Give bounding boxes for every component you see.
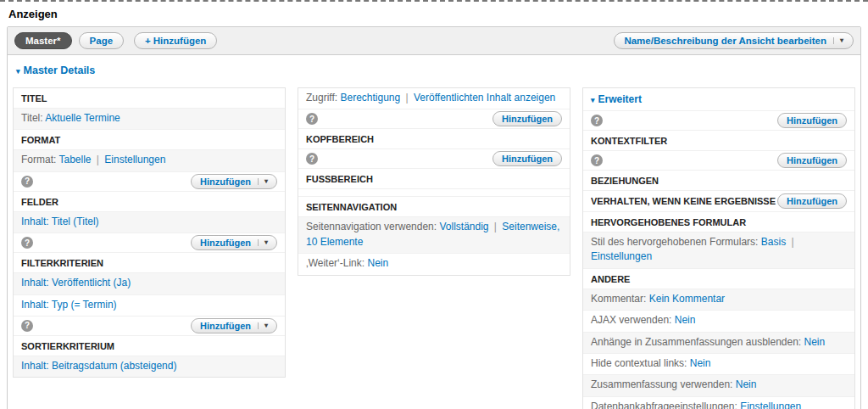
add-display-label: Hinzufügen — [153, 36, 207, 46]
filter-item-veroeffentlicht: Inhalt: Veröffentlicht (Ja) — [14, 273, 285, 294]
separator: | — [406, 92, 409, 104]
titel-setting: Titel: Aktuelle Termine — [14, 109, 285, 130]
kopfbereich-add: ?Hinzufügen — [298, 109, 570, 129]
filter-item-typ: Inhalt: Typ (= Termin) — [14, 295, 285, 317]
help-icon[interactable]: ? — [306, 113, 318, 125]
filterkriterien-header: FILTERKRITERIEN — [14, 253, 285, 273]
filterkriterien-add: ?Hinzufügen▾ — [14, 233, 285, 253]
fussbereich-add-button-label: Hinzufügen — [502, 154, 553, 164]
datenbankabfrage-setting-label: Datenbankabfrageeinstellungen: — [591, 401, 737, 409]
kontextfilter-header: KONTEXTFILTER — [583, 131, 854, 151]
kommentar-setting-label: Kommentar: — [591, 293, 646, 305]
kopfbereich-add-button[interactable]: Hinzufügen — [492, 111, 562, 126]
help-icon[interactable]: ? — [591, 115, 603, 126]
hide-contextual-setting: Hide contextual links: Nein — [583, 354, 854, 375]
anhaenge-setting-label: Anhänge in Zusammenfassungen ausblenden: — [591, 336, 801, 348]
hide-contextual-setting-link[interactable]: Nein — [690, 357, 711, 369]
hide-contextual-setting-label: Hide contextual links: — [591, 357, 687, 369]
kommentar-setting-link[interactable]: Kein Kommentar — [649, 293, 725, 305]
stil-setting-link[interactable]: Einstellungen — [591, 250, 652, 262]
zusammenfassung-setting-link[interactable]: Nein — [736, 378, 757, 390]
displays-toolbar: Master* Page +Hinzufügen Name/Beschreibu… — [8, 27, 860, 55]
chevron-down-icon: ▾ — [16, 67, 20, 76]
column-left: TITELTitel: Aktuelle Termine FORMATForma… — [13, 87, 286, 378]
ajax-setting-link[interactable]: Nein — [675, 314, 696, 326]
format-setting-link[interactable]: Tabelle — [58, 154, 91, 165]
tab-page[interactable]: Page — [79, 32, 125, 49]
zugriff-setting-link[interactable]: Veröffentlichten Inhalt anzeigen — [414, 92, 555, 104]
anhaenge-setting: Anhänge in Zusammenfassungen ausblenden:… — [583, 333, 854, 354]
verhalten-header: VERHALTEN, WENN KEINE ERGEBNISSE VORLIEG… — [583, 191, 854, 212]
erweitert-toggle[interactable]: ▾Erweitert — [583, 88, 854, 111]
sortierkriterium-header: SORTIERKRITERIUM — [14, 336, 285, 356]
felder-header: FELDER — [14, 192, 285, 212]
chevron-down-icon[interactable]: ▾ — [258, 322, 268, 329]
weiter-link-setting: ‚Weiter‘-Link: Nein — [298, 254, 570, 274]
felder-add-button-label: Hinzufügen — [200, 176, 251, 187]
help-icon[interactable]: ? — [21, 176, 33, 188]
column-middle: Zugriff: Berechtigung | Veröffentlichten… — [298, 87, 570, 276]
format-header: FORMAT — [14, 130, 285, 150]
sortier-item-link[interactable]: Inhalt: Beitragsdatum (absteigend) — [21, 360, 176, 372]
chevron-down-icon[interactable]: ▾ — [258, 239, 268, 246]
filter-item-veroeffentlicht-link[interactable]: Inhalt: Veröffentlicht (Ja) — [21, 277, 131, 289]
format-setting-link[interactable]: Einstellungen — [104, 154, 165, 165]
kontextfilter-add-button[interactable]: Hinzufügen — [777, 113, 847, 128]
tab-master[interactable]: Master* — [14, 32, 72, 49]
edit-name-button[interactable]: Name/Beschreibung der Ansicht bearbeiten… — [614, 32, 854, 49]
add-display-button[interactable]: +Hinzufügen — [134, 32, 217, 49]
felder-item-link[interactable]: Inhalt: Titel (Titel) — [21, 216, 99, 227]
filter-item-typ-link[interactable]: Inhalt: Typ (= Termin) — [21, 299, 117, 311]
fussbereich-spacer — [298, 189, 570, 197]
top-dashed-divider — [0, 0, 868, 2]
format-setting-label: Format: — [21, 154, 56, 165]
master-details-panel: ▾Master Details TITELTitel: Aktuelle Ter… — [8, 55, 860, 409]
master-details-label: Master Details — [24, 64, 96, 76]
chevron-down-icon: ▾ — [591, 96, 595, 104]
plus-icon: + — [145, 36, 151, 46]
verhalten-header-add-button[interactable]: Hinzufügen — [777, 193, 847, 209]
chevron-down-icon[interactable]: ▾ — [258, 178, 268, 185]
sortierkriterium-add: ?Hinzufügen▾ — [14, 317, 285, 336]
column-right: ▾Erweitert?HinzufügenKONTEXTFILTER?Hinzu… — [582, 87, 855, 409]
sortierkriterium-add-button[interactable]: Hinzufügen▾ — [191, 318, 277, 333]
sortier-item: Inhalt: Beitragsdatum (absteigend) — [14, 356, 285, 377]
felder-add-button[interactable]: Hinzufügen▾ — [191, 174, 277, 189]
zugriff-setting-link[interactable]: Berechtigung — [340, 92, 400, 104]
help-icon[interactable]: ? — [306, 153, 318, 165]
weiter-link-setting-label: ‚Weiter‘-Link: — [306, 257, 364, 269]
kommentar-setting: Kommentar: Kein Kommentar — [583, 289, 854, 311]
verhalten-header-button-label: Hinzufügen — [787, 196, 837, 206]
beziehungen-add-button[interactable]: Hinzufügen — [777, 153, 847, 168]
datenbankabfrage-setting-link[interactable]: Einstellungen — [740, 401, 801, 409]
master-details-toggle[interactable]: ▾Master Details — [16, 64, 855, 76]
kopfbereich-add-button-label: Hinzufügen — [502, 114, 553, 124]
settings-columns: TITELTitel: Aktuelle Termine FORMATForma… — [13, 87, 855, 409]
datenbankabfrage-setting: Datenbankabfrageeinstellungen: Einstellu… — [583, 397, 854, 409]
weiter-link-setting-link[interactable]: Nein — [367, 257, 388, 269]
ajax-setting: AJAX verwenden: Nein — [583, 311, 854, 332]
filterkriterien-add-button-label: Hinzufügen — [200, 238, 251, 248]
separator: | — [494, 221, 497, 233]
anhaenge-setting-link[interactable]: Nein — [804, 336, 826, 348]
kontextfilter-add: ?Hinzufügen — [583, 111, 854, 131]
stil-setting: Stil des hervorgehobenen Formulars: Basi… — [583, 233, 854, 269]
seitennavigation-setting-link[interactable]: Vollständig — [439, 221, 488, 233]
filterkriterien-add-button[interactable]: Hinzufügen▾ — [191, 235, 277, 250]
titel-setting-link[interactable]: Aktuelle Termine — [45, 112, 120, 124]
fussbereich-header: FUSSBEREICH — [298, 169, 570, 189]
format-setting: Format: Tabelle | Einstellungen — [14, 150, 285, 171]
sortierkriterium-add-button-label: Hinzufügen — [200, 321, 251, 331]
display-tabs: Master* Page +Hinzufügen — [14, 32, 217, 49]
views-ui-container: Master* Page +Hinzufügen Name/Beschreibu… — [7, 26, 861, 409]
fussbereich-add-button[interactable]: Hinzufügen — [492, 151, 562, 166]
felder-item: Inhalt: Titel (Titel) — [14, 212, 285, 233]
erweitert-toggle-label: Erweitert — [598, 93, 642, 105]
seitennavigation-setting: Seitennavigation verwenden: Vollständig … — [298, 217, 570, 254]
help-icon[interactable]: ? — [591, 154, 603, 166]
help-icon[interactable]: ? — [21, 237, 33, 249]
stil-setting-link[interactable]: Basis — [761, 236, 786, 248]
help-icon[interactable]: ? — [21, 320, 33, 332]
titel-setting-label: Titel: — [21, 112, 43, 124]
chevron-down-icon: ▾ — [833, 37, 843, 44]
